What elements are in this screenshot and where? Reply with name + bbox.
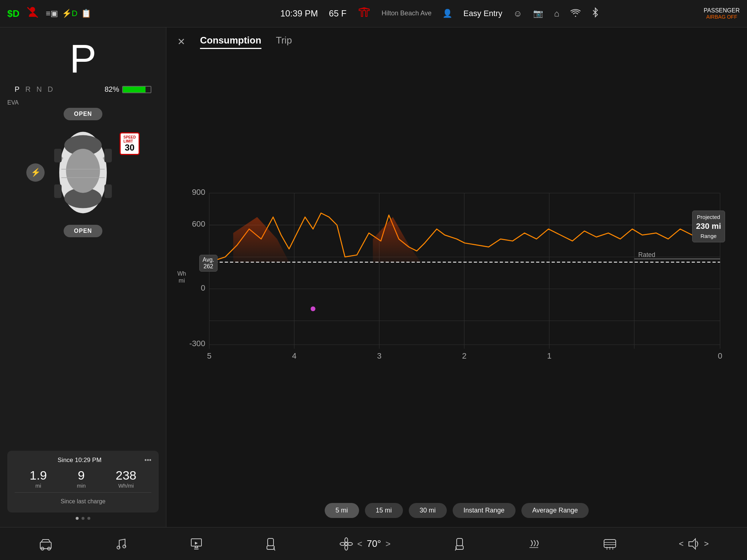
trip-distance-value: 1.9: [30, 468, 47, 483]
gear-n[interactable]: N: [37, 85, 42, 94]
eva-label: EVA: [7, 99, 159, 106]
volume-right-button[interactable]: >: [704, 539, 709, 549]
tab-trip[interactable]: Trip: [276, 35, 292, 49]
svg-rect-51: [268, 538, 273, 546]
wifi-icon: [570, 9, 581, 18]
volume-controls: < >: [679, 537, 709, 550]
screen-icon: [190, 537, 203, 550]
taskbar-music[interactable]: [115, 537, 128, 551]
rear-defrost-icon: [603, 537, 617, 550]
svg-text:4: 4: [292, 351, 297, 360]
charge-button[interactable]: ⚡: [26, 163, 45, 182]
speed-limit-sign: SPEEDLIMIT 30: [120, 132, 140, 155]
avg-value: 262: [203, 263, 214, 270]
dot-1: [76, 517, 79, 520]
street-name: Hilton Beach Ave: [382, 10, 432, 18]
chart-area: Wh mi Avg. 262 Projected 230 mi Range: [177, 56, 736, 497]
battery-bar-container: [122, 86, 151, 93]
temperature-display[interactable]: 70°: [367, 538, 381, 549]
btn-instant-range[interactable]: Instant Range: [453, 503, 516, 518]
projected-value: 230 mi: [696, 221, 721, 232]
gear-r[interactable]: R: [25, 85, 30, 94]
taskbar-climate-center: < 70° >: [340, 537, 391, 550]
battery-bar-fill: [123, 87, 146, 92]
trip-time-value: 9: [77, 468, 86, 483]
plug-icon: ⚡D: [62, 9, 78, 18]
car-image-area: SPEEDLIMIT 30: [46, 125, 120, 220]
taskbar: < 70° > < >: [0, 527, 747, 560]
rear-heat-icon: [527, 537, 540, 550]
dollar-d-icon: $D: [7, 8, 19, 19]
svg-text:0: 0: [718, 351, 722, 360]
car-top-view: [46, 125, 120, 220]
taskbar-car[interactable]: [38, 537, 53, 551]
lightning-icon: ⚡: [31, 168, 41, 177]
dot-2: [82, 517, 84, 520]
trip-menu-dots[interactable]: •••: [144, 457, 151, 464]
svg-marker-42: [373, 217, 421, 262]
svg-rect-63: [604, 540, 616, 548]
temp-up-arrow[interactable]: >: [385, 539, 391, 549]
btn-average-range[interactable]: Average Range: [521, 503, 589, 518]
projected-prefix: Projected: [696, 213, 721, 221]
seat-left-icon: [265, 537, 278, 551]
svg-rect-8: [54, 149, 61, 162]
btn-30mi[interactable]: 30 mi: [409, 503, 447, 518]
car-diagram: OPEN SPEEDLIMIT 30: [7, 108, 159, 447]
easy-entry-text: Easy Entry: [463, 9, 502, 18]
doc-icon: ≡▣: [46, 9, 58, 18]
btn-15mi[interactable]: 15 mi: [365, 503, 403, 518]
bluetooth-icon: [592, 7, 599, 20]
temp-down-arrow[interactable]: <: [357, 539, 362, 549]
middle-icons: ≡▣ ⚡D 📋: [46, 9, 91, 18]
gear-d[interactable]: D: [48, 85, 53, 94]
gear-display: P: [7, 35, 159, 80]
right-panel: ✕ Consumption Trip Wh mi Avg. 262 Projec…: [166, 27, 747, 527]
avg-badge: Avg. 262: [199, 255, 218, 272]
btn-5mi[interactable]: 5 mi: [325, 503, 359, 518]
svg-text:600: 600: [192, 219, 205, 228]
volume-left-button[interactable]: <: [679, 539, 684, 549]
trip-values: 1.9 mi 9 min 238 Wh/mi: [15, 468, 151, 489]
svg-text:5: 5: [207, 351, 211, 360]
fan-icon[interactable]: [340, 537, 353, 550]
trip-distance: 1.9 mi: [30, 468, 47, 489]
svg-rect-10: [54, 185, 61, 198]
gear-letter: P: [7, 38, 159, 79]
volume-icon[interactable]: [687, 537, 701, 550]
trip-efficiency-value: 238: [116, 468, 136, 483]
projected-suffix: Range: [696, 232, 721, 240]
taskbar-media[interactable]: [190, 537, 203, 550]
avg-label: Avg.: [203, 257, 214, 263]
projected-badge: Projected 230 mi Range: [692, 211, 725, 242]
trip-time-unit: min: [77, 483, 86, 489]
trip-stats: Since 10:29 PM ••• 1.9 mi 9 min 238 Wh/m…: [7, 451, 159, 512]
taskbar-seat-left[interactable]: [265, 537, 278, 551]
tab-consumption[interactable]: Consumption: [200, 35, 261, 49]
person-icon: 👤: [442, 9, 452, 18]
bottom-door-button[interactable]: OPEN: [64, 225, 102, 237]
svg-text:1: 1: [547, 351, 551, 360]
since-charge-label: Since last charge: [15, 496, 151, 507]
easy-entry-label[interactable]: Easy Entry: [463, 9, 502, 18]
gear-p[interactable]: P: [15, 85, 19, 94]
svg-marker-41: [233, 217, 289, 262]
gear-options: P R N D: [15, 85, 53, 94]
pagination-dots: [7, 517, 159, 520]
status-left: $D ≡▣ ⚡D 📋: [7, 6, 176, 22]
svg-rect-59: [457, 538, 463, 546]
svg-text:-300: -300: [189, 339, 205, 348]
trip-time: 9 min: [77, 468, 86, 489]
trip-divider: [15, 492, 151, 493]
top-door-button[interactable]: OPEN: [64, 108, 102, 120]
taskbar-rear-heat[interactable]: [527, 537, 540, 550]
taskbar-rear-defrost[interactable]: [603, 537, 617, 550]
taskbar-seat-right[interactable]: [452, 537, 465, 551]
y-axis-label: Wh mi: [177, 270, 186, 284]
consumption-tabs: Consumption Trip: [200, 35, 292, 49]
svg-rect-60: [456, 546, 463, 549]
main-content: P P R N D 82% EVA OPEN SPEEDLIMIT: [0, 27, 747, 527]
close-button[interactable]: ✕: [177, 36, 185, 48]
status-right: PASSENGER AIRBAG OFF: [704, 7, 740, 20]
svg-point-5: [66, 149, 100, 193]
